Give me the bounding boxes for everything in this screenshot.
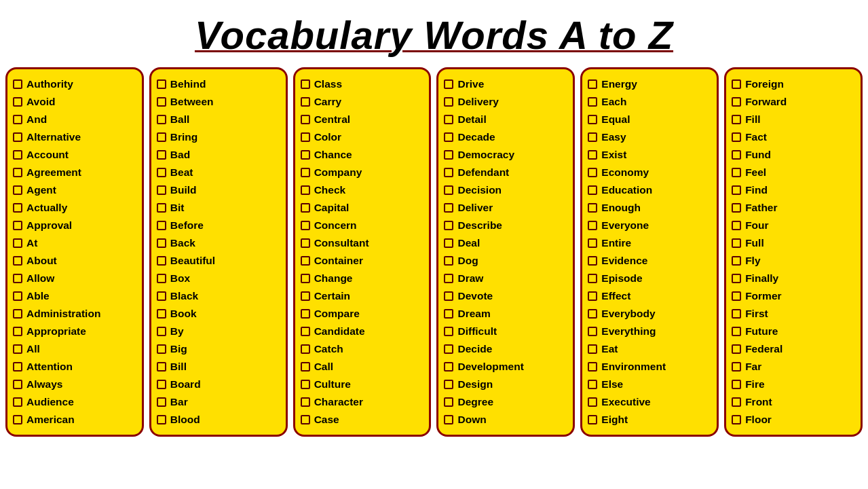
checkbox-icon[interactable] xyxy=(157,291,166,301)
checkbox-icon[interactable] xyxy=(588,397,597,407)
checkbox-icon[interactable] xyxy=(588,132,597,142)
checkbox-icon[interactable] xyxy=(732,344,741,354)
checkbox-icon[interactable] xyxy=(444,97,453,107)
checkbox-icon[interactable] xyxy=(588,168,597,177)
checkbox-icon[interactable] xyxy=(588,150,597,160)
checkbox-icon[interactable] xyxy=(732,150,741,160)
checkbox-icon[interactable] xyxy=(301,362,310,372)
checkbox-icon[interactable] xyxy=(301,415,310,424)
checkbox-icon[interactable] xyxy=(444,362,453,372)
checkbox-icon[interactable] xyxy=(588,362,597,372)
checkbox-icon[interactable] xyxy=(444,132,453,142)
checkbox-icon[interactable] xyxy=(444,291,453,301)
checkbox-icon[interactable] xyxy=(301,344,310,354)
checkbox-icon[interactable] xyxy=(157,397,166,407)
checkbox-icon[interactable] xyxy=(732,238,741,248)
checkbox-icon[interactable] xyxy=(444,203,453,213)
checkbox-icon[interactable] xyxy=(588,327,597,336)
checkbox-icon[interactable] xyxy=(732,397,741,407)
checkbox-icon[interactable] xyxy=(13,309,22,319)
checkbox-icon[interactable] xyxy=(301,327,310,336)
checkbox-icon[interactable] xyxy=(444,79,453,89)
checkbox-icon[interactable] xyxy=(13,132,22,142)
checkbox-icon[interactable] xyxy=(157,274,166,283)
checkbox-icon[interactable] xyxy=(444,415,453,424)
checkbox-icon[interactable] xyxy=(444,115,453,124)
checkbox-icon[interactable] xyxy=(444,397,453,407)
checkbox-icon[interactable] xyxy=(157,221,166,230)
checkbox-icon[interactable] xyxy=(732,274,741,283)
checkbox-icon[interactable] xyxy=(588,79,597,89)
checkbox-icon[interactable] xyxy=(13,185,22,195)
checkbox-icon[interactable] xyxy=(157,79,166,89)
checkbox-icon[interactable] xyxy=(301,397,310,407)
checkbox-icon[interactable] xyxy=(157,238,166,248)
checkbox-icon[interactable] xyxy=(13,115,22,124)
checkbox-icon[interactable] xyxy=(301,115,310,124)
checkbox-icon[interactable] xyxy=(588,221,597,230)
checkbox-icon[interactable] xyxy=(588,291,597,301)
checkbox-icon[interactable] xyxy=(13,344,22,354)
checkbox-icon[interactable] xyxy=(588,203,597,213)
checkbox-icon[interactable] xyxy=(732,185,741,195)
checkbox-icon[interactable] xyxy=(588,97,597,107)
checkbox-icon[interactable] xyxy=(157,97,166,107)
checkbox-icon[interactable] xyxy=(588,344,597,354)
checkbox-icon[interactable] xyxy=(444,327,453,336)
checkbox-icon[interactable] xyxy=(301,309,310,319)
checkbox-icon[interactable] xyxy=(13,168,22,177)
checkbox-icon[interactable] xyxy=(732,115,741,124)
checkbox-icon[interactable] xyxy=(732,203,741,213)
checkbox-icon[interactable] xyxy=(13,238,22,248)
checkbox-icon[interactable] xyxy=(444,344,453,354)
checkbox-icon[interactable] xyxy=(588,380,597,389)
checkbox-icon[interactable] xyxy=(301,79,310,89)
checkbox-icon[interactable] xyxy=(301,256,310,266)
checkbox-icon[interactable] xyxy=(301,291,310,301)
checkbox-icon[interactable] xyxy=(13,97,22,107)
checkbox-icon[interactable] xyxy=(444,274,453,283)
checkbox-icon[interactable] xyxy=(444,238,453,248)
checkbox-icon[interactable] xyxy=(732,79,741,89)
checkbox-icon[interactable] xyxy=(444,380,453,389)
checkbox-icon[interactable] xyxy=(157,168,166,177)
checkbox-icon[interactable] xyxy=(157,256,166,266)
checkbox-icon[interactable] xyxy=(301,380,310,389)
checkbox-icon[interactable] xyxy=(588,309,597,319)
checkbox-icon[interactable] xyxy=(732,97,741,107)
checkbox-icon[interactable] xyxy=(13,256,22,266)
checkbox-icon[interactable] xyxy=(444,150,453,160)
checkbox-icon[interactable] xyxy=(588,115,597,124)
checkbox-icon[interactable] xyxy=(732,362,741,372)
checkbox-icon[interactable] xyxy=(301,185,310,195)
checkbox-icon[interactable] xyxy=(301,221,310,230)
checkbox-icon[interactable] xyxy=(732,132,741,142)
checkbox-icon[interactable] xyxy=(732,168,741,177)
checkbox-icon[interactable] xyxy=(157,415,166,424)
checkbox-icon[interactable] xyxy=(157,380,166,389)
checkbox-icon[interactable] xyxy=(13,203,22,213)
checkbox-icon[interactable] xyxy=(13,327,22,336)
checkbox-icon[interactable] xyxy=(13,79,22,89)
checkbox-icon[interactable] xyxy=(301,238,310,248)
checkbox-icon[interactable] xyxy=(732,291,741,301)
checkbox-icon[interactable] xyxy=(301,168,310,177)
checkbox-icon[interactable] xyxy=(157,203,166,213)
checkbox-icon[interactable] xyxy=(13,415,22,424)
checkbox-icon[interactable] xyxy=(13,380,22,389)
checkbox-icon[interactable] xyxy=(301,274,310,283)
checkbox-icon[interactable] xyxy=(444,256,453,266)
checkbox-icon[interactable] xyxy=(301,132,310,142)
checkbox-icon[interactable] xyxy=(13,397,22,407)
checkbox-icon[interactable] xyxy=(732,327,741,336)
checkbox-icon[interactable] xyxy=(444,221,453,230)
checkbox-icon[interactable] xyxy=(588,415,597,424)
checkbox-icon[interactable] xyxy=(301,97,310,107)
checkbox-icon[interactable] xyxy=(732,309,741,319)
checkbox-icon[interactable] xyxy=(157,150,166,160)
checkbox-icon[interactable] xyxy=(157,327,166,336)
checkbox-icon[interactable] xyxy=(588,274,597,283)
checkbox-icon[interactable] xyxy=(13,221,22,230)
checkbox-icon[interactable] xyxy=(157,132,166,142)
checkbox-icon[interactable] xyxy=(157,309,166,319)
